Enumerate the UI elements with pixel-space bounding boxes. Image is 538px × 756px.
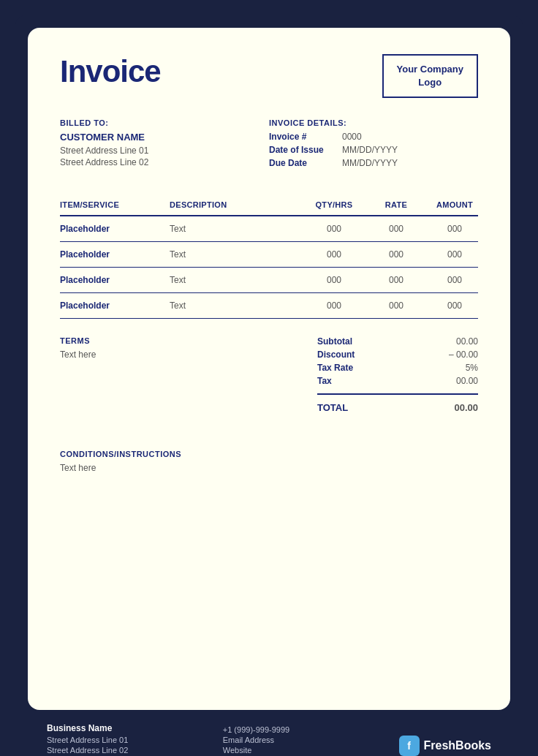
terms-label: TERMS [60, 336, 303, 345]
col-header-item: ITEM/SERVICE [60, 200, 170, 209]
billed-to-label: BILLED TO: [60, 118, 269, 127]
footer-business-name: Business Name [47, 723, 223, 733]
tax-value: 00.00 [456, 376, 478, 386]
tax-label: Tax [317, 376, 383, 386]
table-header: ITEM/SERVICE DESCRIPTION QTY/HRS RATE AM… [60, 194, 478, 216]
invoice-details: INVOICE DETAILS: Invoice # 0000 Date of … [269, 118, 478, 171]
footer: Business Name Street Address Line 01 Str… [15, 710, 523, 756]
subtotal-row: Subtotal 00.00 [317, 336, 478, 347]
grand-total-value: 00.00 [454, 402, 478, 413]
row3-rate: 000 [367, 275, 425, 285]
col-header-desc: DESCRIPTION [170, 200, 301, 209]
row2-desc: Text [170, 249, 301, 260]
tax-rate-row: Tax Rate 5% [317, 363, 478, 373]
row2-qty: 000 [301, 249, 367, 260]
discount-label: Discount [317, 349, 383, 360]
discount-value: – 00.00 [449, 349, 478, 360]
footer-address-line2: Street Address Line 02 [47, 746, 223, 755]
footer-phone: +1 (999)-999-9999 [223, 725, 399, 734]
row4-rate: 000 [367, 300, 425, 311]
invoice-num-value: 0000 [342, 132, 362, 142]
tax-row: Tax 00.00 [317, 376, 478, 386]
table-row: Placeholder Text 000 000 000 [60, 216, 478, 242]
total-divider [317, 393, 478, 395]
freshbooks-logo: f FreshBooks [399, 736, 491, 756]
conditions-section: CONDITIONS/INSTRUCTIONS Text here [60, 442, 478, 473]
row2-item: Placeholder [60, 249, 170, 260]
table-row: Placeholder Text 000 000 000 [60, 293, 478, 319]
subtotal-label: Subtotal [317, 336, 383, 347]
row4-desc: Text [170, 300, 301, 311]
row1-item: Placeholder [60, 224, 170, 234]
grand-total-row: TOTAL 00.00 [317, 402, 478, 413]
freshbooks-icon: f [399, 736, 420, 756]
detail-row-invoice-num: Invoice # 0000 [269, 132, 478, 142]
billed-address-line2: Street Address Line 02 [60, 157, 269, 167]
row4-qty: 000 [301, 300, 367, 311]
row2-amount: 000 [425, 249, 484, 260]
col-header-amount: AMOUNT [425, 200, 484, 209]
detail-row-date-issue: Date of Issue MM/DD/YYYY [269, 145, 478, 155]
billed-address-line1: Street Address Line 01 [60, 145, 269, 156]
tax-rate-value: 5% [466, 363, 478, 373]
date-issue-label: Date of Issue [269, 145, 342, 155]
invoice-details-label: INVOICE DETAILS: [269, 118, 478, 127]
billed-to: BILLED TO: CUSTOMER NAME Street Address … [60, 118, 269, 171]
totals-section: Subtotal 00.00 Discount – 00.00 Tax Rate… [317, 336, 478, 413]
tax-rate-label: Tax Rate [317, 363, 383, 373]
row1-desc: Text [170, 224, 301, 234]
table-section: ITEM/SERVICE DESCRIPTION QTY/HRS RATE AM… [60, 194, 478, 319]
row3-amount: 000 [425, 275, 484, 285]
conditions-text: Text here [60, 463, 478, 473]
invoice-num-label: Invoice # [269, 132, 342, 142]
row4-amount: 000 [425, 300, 484, 311]
due-date-label: Due Date [269, 158, 342, 168]
footer-address-line1: Street Address Line 01 [47, 736, 223, 744]
discount-row: Discount – 00.00 [317, 349, 478, 360]
col-header-qty: QTY/HRS [301, 200, 367, 209]
col-header-rate: RATE [367, 200, 425, 209]
detail-row-due-date: Due Date MM/DD/YYYY [269, 158, 478, 168]
row3-desc: Text [170, 275, 301, 285]
invoice-title: Invoice [60, 54, 161, 89]
table-row: Placeholder Text 000 000 000 [60, 268, 478, 293]
row1-qty: 000 [301, 224, 367, 234]
billing-section: BILLED TO: CUSTOMER NAME Street Address … [60, 118, 478, 171]
logo-line2: Logo [418, 77, 442, 88]
row2-rate: 000 [367, 249, 425, 260]
company-logo-box: Your Company Logo [382, 54, 479, 98]
row1-rate: 000 [367, 224, 425, 234]
customer-name: CUSTOMER NAME [60, 132, 269, 143]
date-issue-value: MM/DD/YYYY [342, 145, 398, 155]
page-wrapper: Invoice Your Company Logo BILLED TO: CUS… [15, 15, 523, 756]
footer-email: Email Address [223, 736, 399, 744]
logo-line1: Your Company [397, 64, 464, 75]
footer-left: Business Name Street Address Line 01 Str… [47, 723, 223, 756]
row1-amount: 000 [425, 224, 484, 234]
table-row: Placeholder Text 000 000 000 [60, 242, 478, 268]
terms-section: TERMS Text here [60, 336, 317, 413]
invoice-card: Invoice Your Company Logo BILLED TO: CUS… [28, 28, 510, 710]
row3-qty: 000 [301, 275, 367, 285]
header-section: Invoice Your Company Logo [60, 54, 478, 98]
footer-website: Website [223, 746, 399, 755]
freshbooks-label: FreshBooks [424, 739, 491, 752]
terms-text: Text here [60, 349, 303, 360]
bottom-section: TERMS Text here Subtotal 00.00 Discount … [60, 336, 478, 413]
footer-right: f FreshBooks [399, 736, 491, 756]
row4-item: Placeholder [60, 300, 170, 311]
row3-item: Placeholder [60, 275, 170, 285]
grand-total-label: TOTAL [317, 402, 348, 413]
conditions-label: CONDITIONS/INSTRUCTIONS [60, 450, 478, 458]
subtotal-value: 00.00 [456, 336, 478, 347]
footer-center: +1 (999)-999-9999 Email Address Website [223, 725, 399, 756]
due-date-value: MM/DD/YYYY [342, 158, 398, 168]
